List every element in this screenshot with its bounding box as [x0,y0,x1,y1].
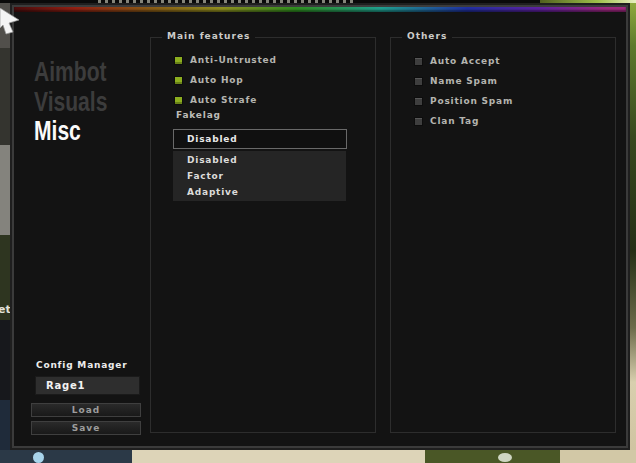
background-bottom-sliver [0,450,636,463]
checkbox-auto-hop[interactable]: Auto Hop [174,74,244,86]
checkbox-anti-untrusted[interactable]: Anti-Untrusted [174,54,277,66]
fakelag-dropdown[interactable]: Disabled [173,129,347,149]
checkbox-label: Anti-Untrusted [190,55,277,65]
mouse-cursor-icon [0,8,21,36]
save-config-button[interactable]: Save [31,421,141,435]
checkbox-label: Auto Strafe [190,95,257,105]
main-features-title: Main features [162,31,255,41]
checkbox-label: Auto Accept [430,56,500,66]
checkbox-auto-strafe[interactable]: Auto Strafe [174,94,257,106]
checkbox-checked-icon[interactable] [174,96,183,105]
dropdown-option-adaptive[interactable]: Adaptive [173,184,346,200]
rainbow-accent-bar [14,7,626,12]
screen: et Aimbot Visuals Misc Main features Ant… [0,0,636,463]
checkbox-position-spam[interactable]: Position Spam [414,95,513,107]
tab-visuals[interactable]: Visuals [34,87,107,117]
checkbox-label: Position Spam [430,96,513,106]
checkbox-unchecked-icon[interactable] [414,57,423,66]
tab-aimbot[interactable]: Aimbot [34,57,107,87]
checkbox-checked-icon[interactable] [174,76,183,85]
others-title: Others [402,31,452,41]
checkbox-name-spam[interactable]: Name Spam [414,75,498,87]
checkbox-unchecked-icon[interactable] [414,97,423,106]
checkbox-checked-icon[interactable] [174,56,183,65]
checkbox-label: Clan Tag [430,116,479,126]
fakelag-label: Fakelag [176,110,221,120]
dropdown-option-disabled[interactable]: Disabled [173,152,346,168]
dropdown-option-factor[interactable]: Factor [173,168,346,184]
fakelag-dropdown-list: Disabled Factor Adaptive [173,151,346,201]
checkbox-unchecked-icon[interactable] [414,117,423,126]
config-name-input[interactable] [35,376,140,395]
background-left-sliver [0,0,10,463]
load-config-button[interactable]: Load [31,403,141,417]
checkbox-clan-tag[interactable]: Clan Tag [414,115,479,127]
tab-misc[interactable]: Misc [34,116,81,146]
config-manager-title: Config Manager [36,360,127,370]
others-group: Others Auto Accept Name Spam Position Sp… [390,37,616,433]
checkbox-label: Auto Hop [190,75,244,85]
cheat-menu-window: Aimbot Visuals Misc Main features Anti-U… [10,3,630,450]
main-features-group: Main features Anti-Untrusted Auto Hop Au… [150,37,376,433]
checkbox-label: Name Spam [430,76,498,86]
checkbox-auto-accept[interactable]: Auto Accept [414,55,500,67]
background-right-sliver [630,0,636,455]
checkbox-unchecked-icon[interactable] [414,77,423,86]
